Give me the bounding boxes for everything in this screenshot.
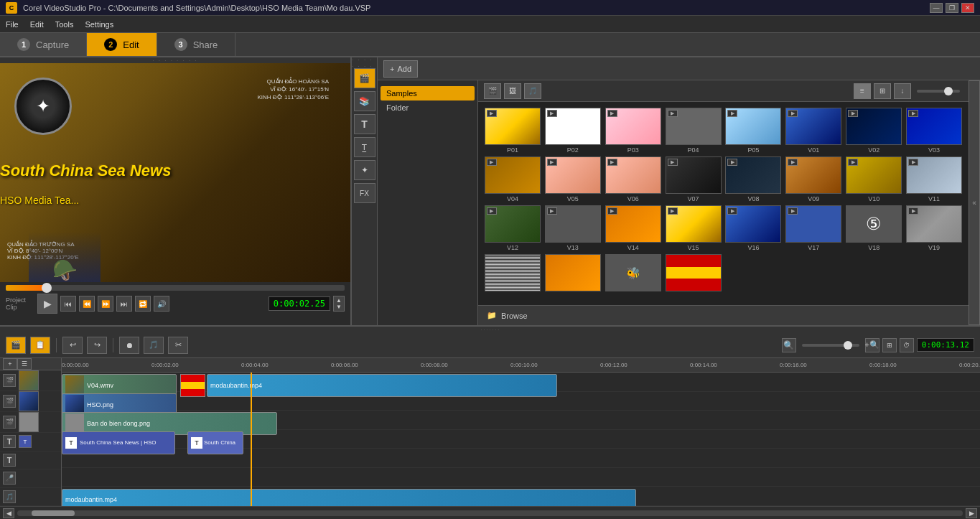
zoom-thumb[interactable] (944, 87, 953, 95)
media-item-v08[interactable]: ▶ V08 (725, 156, 783, 202)
media-item-p05[interactable]: ▶ P05 (725, 108, 783, 154)
timecode-expand[interactable]: ▲▼ (333, 296, 345, 312)
menu-edit[interactable]: Edit (30, 20, 44, 29)
collapse-library-button[interactable]: « (969, 80, 980, 325)
media-item-v03[interactable]: ▶ V03 (905, 108, 963, 154)
add-button[interactable]: + Add (383, 60, 418, 78)
progress-bar[interactable] (6, 285, 345, 291)
grid-image-btn[interactable]: 🖼 (504, 83, 521, 99)
playhead[interactable] (251, 373, 252, 506)
media-item-v11[interactable]: ▶ V11 (905, 156, 963, 202)
tool-text[interactable]: T (354, 114, 375, 134)
zoom-in-btn[interactable]: +🔍 (865, 338, 879, 352)
track-icon-voice: 🎤 (3, 472, 16, 485)
media-item-v16[interactable]: ▶ V16 (725, 205, 783, 251)
media-item-v09[interactable]: ▶ V09 (785, 156, 842, 202)
grid-filter-btn[interactable]: 🎬 (484, 83, 501, 99)
media-item-v12[interactable]: ▶ V12 (484, 205, 541, 251)
track-voice (62, 468, 980, 487)
media-item-v13[interactable]: ▶ V13 (544, 205, 602, 251)
tl-video-btn[interactable]: 🎬 (6, 337, 26, 354)
progress-thumb[interactable] (42, 283, 52, 293)
tl-zoom-slider[interactable] (802, 344, 859, 347)
media-item-extra4[interactable] (665, 254, 722, 293)
media-item-v15[interactable]: ▶ V15 (665, 205, 722, 251)
tl-redo-btn[interactable]: ↪ (87, 337, 107, 354)
media-item-v04[interactable]: ▶ V04 (484, 156, 541, 202)
step-forward-button[interactable]: ⏩ (98, 296, 113, 312)
view-grid-btn[interactable]: ⊞ (874, 83, 891, 99)
next-frame-button[interactable]: ⏭ (116, 296, 132, 312)
title-bar: C Corel VideoStudio Pro - C:\Documents a… (0, 0, 980, 16)
media-item-p02[interactable]: ▶ P02 (544, 108, 602, 154)
tab-share[interactable]: 3 Share (157, 33, 236, 56)
track-icon-title2: T (3, 454, 16, 467)
play-button[interactable]: ▶ (37, 294, 57, 314)
tool-transition[interactable]: ✦ (354, 160, 375, 180)
menu-tools[interactable]: Tools (55, 20, 74, 29)
tl-zoom-thumb[interactable] (844, 341, 852, 350)
close-button[interactable]: ✕ (961, 3, 974, 13)
tool-title[interactable]: T̲ (354, 137, 375, 157)
media-item-extra1[interactable] (484, 254, 541, 293)
video-icon: ▶ (788, 110, 798, 117)
clip-modaubantin-music[interactable]: modaubantin.mp4 (62, 489, 636, 506)
media-item-v18[interactable]: ⑤ V18 (845, 205, 902, 251)
browse-button[interactable]: 📁 Browse (478, 305, 969, 325)
media-item-v10[interactable]: ▶ V10 (845, 156, 902, 202)
nav-samples[interactable]: Samples (381, 86, 475, 100)
tl-undo-btn[interactable]: ↩ (62, 337, 83, 354)
media-item-extra2[interactable] (544, 254, 602, 293)
zoom-slider[interactable] (917, 90, 960, 93)
media-item-p01[interactable]: ▶ P01 (484, 108, 541, 154)
view-sort-btn[interactable]: ↓ (894, 83, 911, 99)
nav-folder[interactable]: Folder (381, 100, 475, 115)
tab-capture[interactable]: 1 Capture (0, 33, 87, 56)
zoom-fit-btn[interactable]: ⊞ (882, 338, 897, 352)
repeat-button[interactable]: 🔁 (135, 296, 151, 312)
restore-button[interactable]: ❐ (946, 3, 958, 13)
tab-edit[interactable]: 2 Edit (87, 33, 157, 56)
prev-frame-button[interactable]: ⏮ (60, 296, 76, 312)
tl-record-btn[interactable]: ⏺ (119, 337, 139, 354)
volume-button[interactable]: 🔊 (154, 296, 169, 312)
media-item-v01[interactable]: ▶ V01 (785, 108, 842, 154)
tool-library[interactable]: 📚 (354, 91, 375, 111)
preview-subtitle: HSO Media Tea... (0, 195, 79, 206)
media-item-v07[interactable]: ▶ V07 (665, 156, 722, 202)
view-list-btn[interactable]: ≡ (854, 83, 871, 99)
video-icon: ▶ (668, 110, 678, 117)
progress-fill (6, 285, 47, 291)
menu-file[interactable]: File (6, 20, 19, 29)
media-item-v14[interactable]: ▶ V14 (605, 205, 662, 251)
tl-audio-btn[interactable]: 🎵 (144, 337, 164, 354)
add-track-btn[interactable]: + (3, 358, 17, 370)
tl-overlay-btn[interactable]: 📋 (30, 337, 50, 354)
media-item-v17[interactable]: ▶ V17 (785, 205, 842, 251)
track-settings-btn[interactable]: ☰ (17, 358, 32, 370)
media-item-p03[interactable]: ▶ P03 (605, 108, 662, 154)
media-item-extra3[interactable]: 🐝 (605, 254, 662, 293)
scroll-right-btn[interactable]: ▶ (966, 508, 977, 518)
timeline-zoom: 🔍 +🔍 ⊞ ⏱ 0:00:13.12 (782, 338, 974, 352)
library-grid: 🎬 🖼 🎵 ≡ ⊞ ↓ (478, 80, 969, 325)
tl-scroll-thumb[interactable] (32, 510, 75, 516)
step-back-button[interactable]: ⏪ (79, 296, 95, 312)
zoom-end-btn[interactable]: ⏱ (900, 338, 914, 352)
media-item-v02[interactable]: ▶ V02 (845, 108, 902, 154)
video-icon: ▶ (727, 207, 737, 215)
scroll-left-btn[interactable]: ◀ (3, 508, 14, 518)
zoom-out-btn[interactable]: 🔍 (782, 338, 796, 352)
menu-settings[interactable]: Settings (85, 20, 113, 29)
media-item-v19[interactable]: ▶ V19 (905, 205, 963, 251)
media-item-v06[interactable]: ▶ V06 (605, 156, 662, 202)
tl-trim-btn[interactable]: ✂ (168, 337, 188, 354)
tl-scroll-track[interactable] (17, 510, 963, 516)
track-icon-music: 🎵 (3, 490, 16, 503)
grid-audio-btn[interactable]: 🎵 (524, 83, 541, 99)
minimize-button[interactable]: — (930, 3, 943, 13)
media-item-v05[interactable]: ▶ V05 (544, 156, 602, 202)
media-item-p04[interactable]: ▶ P04 (665, 108, 722, 154)
tool-media[interactable]: 🎬 (354, 68, 375, 88)
tool-fx[interactable]: FX (354, 183, 375, 203)
